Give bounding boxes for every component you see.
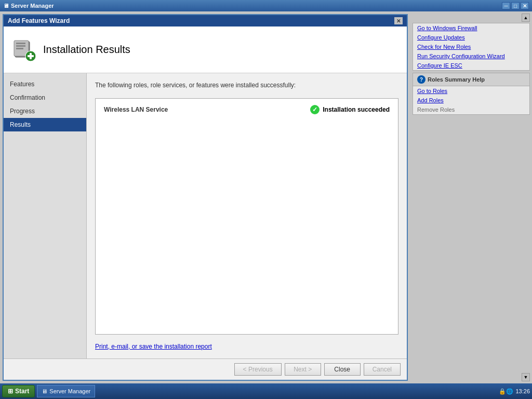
report-link[interactable]: Print, e-mail, or save the installation … — [95, 343, 398, 350]
start-icon: ⊞ — [8, 388, 13, 395]
maximize-button[interactable]: □ — [511, 2, 520, 9]
svg-rect-3 — [16, 45, 25, 47]
nav-features[interactable]: Features — [4, 77, 86, 91]
close-button[interactable]: ✕ — [521, 2, 529, 9]
start-button[interactable]: ⊞ Start — [2, 385, 35, 397]
start-label: Start — [15, 388, 29, 395]
svg-rect-4 — [16, 48, 23, 49]
go-to-firewall-link[interactable]: Go to Windows Firewall — [413, 23, 529, 33]
roles-section: ?Roles Summary Help Go to Roles Add Role… — [413, 73, 530, 115]
result-status: Installation succeeded — [310, 105, 390, 114]
configure-ie-esc-link[interactable]: Configure IE ESC — [413, 61, 529, 70]
window-controls: ─ □ ✕ — [502, 2, 529, 9]
taskbar-icons: 🔒🌐 — [499, 388, 513, 395]
wizard-header-title: Installation Results — [43, 44, 130, 56]
nav-confirmation[interactable]: Confirmation — [4, 91, 86, 104]
roles-section-header: ?Roles Summary Help — [413, 73, 529, 86]
result-feature-name: Wireless LAN Service — [104, 106, 306, 113]
nav-results[interactable]: Results — [4, 118, 86, 131]
right-panel: ▲ Go to Windows Firewall Configure Updat… — [410, 11, 532, 383]
close-wizard-button[interactable]: Close — [324, 363, 361, 376]
wizard-header-icon — [12, 37, 37, 62]
nav-progress[interactable]: Progress — [4, 104, 86, 118]
taskbar-label: Server Manager — [49, 388, 90, 394]
configure-updates-link[interactable]: Configure Updates — [413, 33, 529, 42]
taskbar-icon: 🖥 — [42, 388, 47, 394]
main-area: Add Features Wizard ✕ — [0, 11, 532, 383]
check-new-roles-link[interactable]: Check for New Roles — [413, 42, 529, 51]
wizard-header: Installation Results — [4, 26, 407, 73]
success-icon — [310, 105, 320, 114]
wizard-content: The following roles, role services, or f… — [87, 73, 407, 358]
scroll-up-button[interactable]: ▲ — [522, 14, 530, 22]
cancel-button[interactable]: Cancel — [364, 363, 401, 376]
help-icon-roles: ? — [417, 75, 425, 84]
taskbar-server-manager[interactable]: 🖥 Server Manager — [37, 385, 95, 397]
result-status-text: Installation succeeded — [323, 106, 390, 113]
security-wizard-link[interactable]: Run Security Configuration Wizard — [413, 51, 529, 61]
title-bar: 🖥 Server Manager ─ □ ✕ — [0, 0, 532, 11]
prev-button[interactable]: < Previous — [234, 363, 282, 376]
app-icon: 🖥 — [3, 3, 9, 9]
wizard-panel: Add Features Wizard ✕ — [0, 11, 410, 383]
wizard-body: Features Confirmation Progress Results T… — [4, 73, 407, 358]
security-section: Go to Windows Firewall Configure Updates… — [413, 23, 530, 71]
remove-roles-link: Remove Roles — [413, 105, 529, 114]
wizard-nav: Features Confirmation Progress Results — [4, 73, 87, 358]
results-box: Wireless LAN Service Installation succee… — [95, 98, 398, 335]
taskbar-right: 🔒🌐 13:26 — [499, 388, 530, 395]
minimize-button[interactable]: ─ — [502, 2, 510, 9]
svg-rect-7 — [30, 53, 32, 59]
wizard-footer: < Previous Next > Close Cancel — [4, 358, 407, 380]
add-roles-link[interactable]: Add Roles — [413, 96, 529, 105]
svg-rect-2 — [16, 43, 25, 44]
next-button[interactable]: Next > — [285, 363, 321, 376]
go-to-roles-link[interactable]: Go to Roles — [413, 86, 529, 96]
scroll-down-button[interactable]: ▼ — [522, 373, 530, 381]
success-message: The following roles, role services, or f… — [95, 82, 398, 89]
wizard-dialog: Add Features Wizard ✕ — [3, 14, 408, 381]
clock: 13:26 — [515, 388, 530, 394]
wizard-title: Add Features Wizard — [8, 17, 70, 24]
app-title: Server Manager — [11, 3, 54, 9]
wizard-close-btn[interactable]: ✕ — [394, 17, 403, 24]
result-row: Wireless LAN Service Installation succee… — [100, 103, 394, 116]
taskbar: ⊞ Start 🖥 Server Manager 🔒🌐 13:26 — [0, 383, 532, 399]
